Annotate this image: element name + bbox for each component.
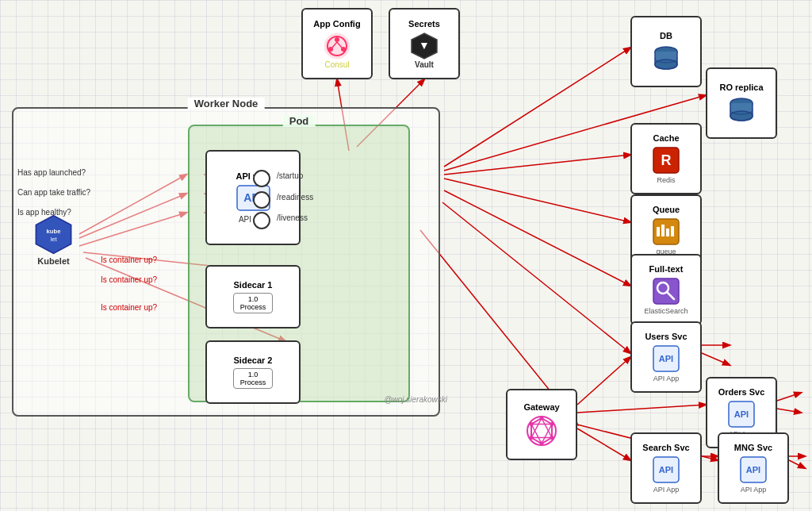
sidecar1-label: Sidecar 1 — [234, 280, 273, 290]
svg-line-9 — [577, 405, 706, 413]
orders-svc-label: Orders Svc — [718, 387, 765, 397]
svg-line-2 — [444, 48, 630, 167]
redis-icon: R — [652, 146, 680, 175]
pod: Pod API v1.0 API API App /startup /readi… — [188, 125, 410, 402]
mng-svc-label: MNG Svc — [734, 443, 772, 452]
kubelet: kube let Kubelet — [28, 214, 79, 266]
readiness-probe-label: /readiness — [277, 193, 313, 202]
secrets-label: Secrets — [408, 19, 440, 29]
mng-svc-sublabel: API App — [741, 486, 767, 494]
elastic-label: ElasticSearch — [644, 307, 688, 315]
sidecar2-inner: 1.0 Process — [233, 368, 274, 389]
cache-box: Cache R Redis — [630, 123, 702, 194]
probe-question-readiness: Can app take traffic? — [17, 184, 90, 198]
pod-label: Pod — [283, 115, 316, 127]
users-svc-sublabel: API App — [653, 375, 680, 382]
fulltext-label: Full-text — [649, 264, 684, 274]
svg-line-15 — [777, 393, 801, 401]
svg-line-4 — [444, 155, 630, 175]
users-api-icon: API — [652, 344, 680, 373]
search-svc-box: Search Svc API API App — [630, 432, 702, 504]
queue-label: Queue — [653, 205, 680, 214]
svg-text:API: API — [734, 409, 749, 419]
graphql-icon — [526, 415, 557, 447]
sidecar2-box: Sidecar 2 1.0 Process — [205, 340, 301, 404]
svg-line-5 — [444, 179, 630, 222]
db-label: DB — [660, 31, 672, 40]
liveness-probe-label: /liveness — [277, 213, 308, 222]
sidecar2-version: 1.0 — [240, 371, 266, 378]
svg-rect-52 — [671, 226, 674, 236]
svg-rect-50 — [661, 225, 665, 236]
sidecar1-inner: 1.0 Process — [233, 293, 274, 313]
mng-svc-box: MNG Svc API API App — [718, 432, 789, 504]
diagram: Worker Node Pod API v1.0 API API App /st… — [0, 0, 812, 511]
ro-label: RO replica — [719, 83, 763, 92]
svg-text:▼: ▼ — [419, 39, 430, 52]
svg-text:kube: kube — [47, 228, 61, 235]
liveness-probe-circle — [253, 212, 270, 229]
sidecar2-sublabel: Process — [240, 378, 266, 386]
container-check-3: Is container up? — [101, 303, 157, 312]
svg-line-19 — [789, 460, 805, 468]
svg-line-14 — [702, 353, 730, 365]
consul-icon — [323, 32, 351, 60]
svg-line-6 — [444, 190, 630, 286]
mng-api-icon: API — [739, 455, 768, 484]
gateway-box: Gateway — [506, 389, 577, 460]
svg-text:API: API — [659, 354, 673, 363]
svg-rect-49 — [657, 227, 660, 236]
svg-line-10 — [577, 428, 630, 460]
ro-replica-box: RO replica — [706, 67, 777, 139]
kubelet-label: Kubelet — [37, 256, 69, 266]
secrets-box: Secrets ▼ Vault — [389, 8, 460, 79]
queue-icon — [652, 217, 680, 246]
cache-label: Cache — [653, 133, 679, 143]
svg-line-7 — [442, 202, 630, 353]
app-config-label: App Config — [313, 19, 360, 29]
elastic-icon — [652, 277, 680, 305]
svg-text:API: API — [746, 465, 760, 474]
svg-point-35 — [335, 37, 339, 42]
svg-point-43 — [655, 60, 677, 69]
consul-label: Consul — [324, 60, 349, 69]
watermark: @woj.sierakowski — [384, 395, 447, 404]
sidecar1-box: Sidecar 1 1.0 Process — [205, 265, 301, 328]
kubelet-icon: kube let — [32, 214, 75, 255]
orders-api-icon: API — [727, 400, 756, 428]
ro-db-icon — [727, 95, 756, 124]
db-box: DB — [630, 16, 702, 87]
search-svc-label: Search Svc — [642, 443, 689, 452]
sidecar1-sublabel: Process — [240, 303, 266, 311]
sidecar2-label: Sidecar 2 — [234, 355, 273, 365]
users-svc-label: Users Svc — [645, 332, 687, 341]
startup-probe-label: /startup — [277, 171, 303, 180]
worker-node-label: Worker Node — [188, 98, 265, 110]
container-check-2: Is container up? — [101, 275, 157, 284]
svg-line-16 — [777, 409, 801, 413]
svg-text:let: let — [50, 236, 57, 243]
svg-line-12 — [577, 357, 630, 405]
gateway-label: Gateway — [523, 402, 559, 412]
users-svc-box: Users Svc API API App — [630, 321, 702, 393]
container-check-1: Is container up? — [101, 256, 157, 264]
svg-text:R: R — [661, 152, 672, 168]
svg-text:API: API — [659, 465, 673, 474]
readiness-probe-circle — [253, 191, 270, 209]
svg-point-45 — [730, 111, 753, 121]
vault-label: Vault — [415, 60, 434, 69]
app-config-box: App Config Consul — [301, 8, 373, 79]
vault-icon: ▼ — [410, 32, 439, 60]
search-api-icon: API — [652, 455, 680, 484]
search-svc-sublabel: API App — [653, 486, 680, 494]
startup-probe-circle — [253, 170, 270, 187]
sidecar1-version: 1.0 — [240, 295, 266, 303]
db-icon — [652, 44, 680, 72]
svg-rect-51 — [666, 229, 669, 236]
fulltext-box: Full-text ElasticSearch — [630, 254, 702, 325]
redis-label: Redis — [657, 176, 675, 184]
probe-question-startup: Has app launched? — [17, 164, 86, 179]
